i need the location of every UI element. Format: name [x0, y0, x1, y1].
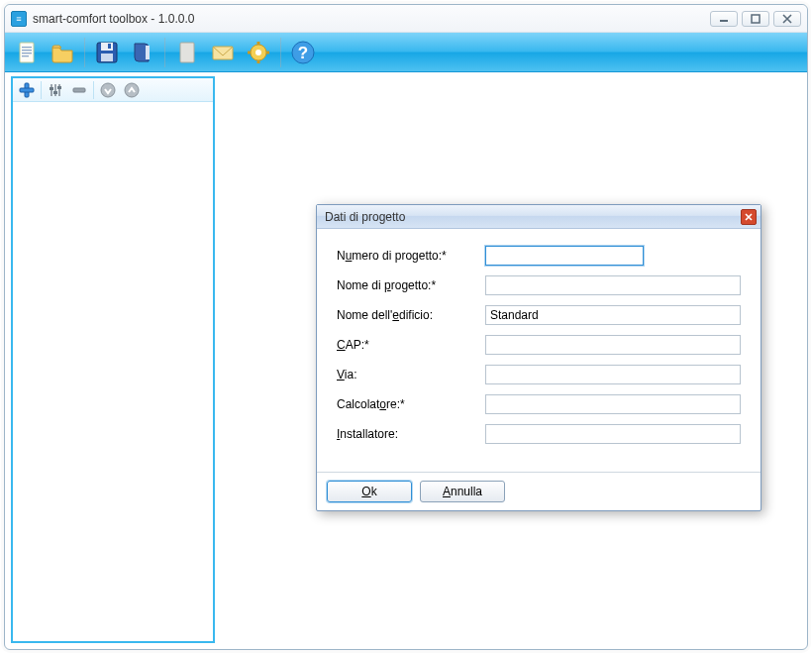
- toolbar-page-button[interactable]: [170, 36, 204, 69]
- side-collapse-button[interactable]: [97, 80, 119, 100]
- svg-point-31: [101, 83, 115, 97]
- svg-rect-27: [50, 87, 53, 90]
- svg-rect-26: [58, 84, 60, 96]
- book-icon: [130, 40, 155, 65]
- svg-point-15: [255, 50, 261, 55]
- field-row-edificio: Nome dell'edificio:: [337, 304, 741, 326]
- window-buttons: [710, 11, 801, 27]
- folder-icon: [50, 40, 75, 65]
- help-icon: ?: [290, 40, 316, 65]
- field-row-via: Via:: [337, 364, 741, 385]
- svg-rect-11: [146, 46, 150, 59]
- side-minus-button[interactable]: [68, 80, 90, 100]
- svg-point-32: [125, 83, 139, 97]
- app-icon: ≡: [11, 11, 27, 27]
- label-via: Via:: [337, 368, 485, 382]
- minus-icon: [71, 82, 87, 98]
- svg-rect-3: [22, 47, 32, 48]
- maximize-button[interactable]: [742, 11, 769, 27]
- main-window: ≡ smart-comfort toolbox - 1.0.0.0: [4, 4, 808, 650]
- window-title: smart-comfort toolbox - 1.0.0.0: [33, 12, 710, 26]
- main-toolbar: ?: [5, 33, 807, 72]
- toolbar-save-button[interactable]: [90, 36, 124, 69]
- field-row-numero: Numero di progetto:*: [337, 245, 741, 267]
- dialog-titlebar[interactable]: Dati di progetto: [317, 205, 761, 229]
- input-numero[interactable]: [485, 246, 644, 266]
- cancel-button[interactable]: Annulla: [420, 481, 505, 502]
- svg-rect-28: [53, 91, 57, 94]
- side-add-button[interactable]: [16, 80, 38, 100]
- input-via[interactable]: [485, 365, 741, 384]
- svg-rect-29: [57, 86, 61, 89]
- gear-icon: [246, 40, 271, 65]
- svg-text:?: ?: [298, 44, 308, 62]
- close-button[interactable]: [773, 11, 801, 27]
- project-data-dialog: Dati di progetto Numero di progetto:* No…: [316, 204, 761, 511]
- svg-rect-6: [22, 55, 29, 56]
- side-panel: [11, 76, 215, 643]
- maximize-icon: [751, 14, 761, 24]
- label-nome: Nome di progetto:*: [337, 278, 485, 292]
- svg-rect-10: [108, 44, 111, 49]
- titlebar: ≡ smart-comfort toolbox - 1.0.0.0: [5, 5, 807, 33]
- label-cap: CAP:*: [337, 338, 485, 352]
- input-nome[interactable]: [485, 275, 741, 295]
- side-toolbar: [13, 78, 213, 102]
- svg-rect-23: [20, 88, 34, 92]
- dialog-title: Dati di progetto: [325, 210, 741, 224]
- minimize-icon: [719, 15, 729, 23]
- label-edificio: Nome dell'edificio:: [337, 308, 485, 322]
- label-installatore: Installatore:: [337, 427, 485, 441]
- toolbar-book-button[interactable]: [126, 36, 159, 69]
- toolbar-new-button[interactable]: [10, 36, 44, 69]
- side-sliders-button[interactable]: [45, 80, 66, 100]
- dialog-body: Numero di progetto:* Nome di progetto:* …: [317, 229, 761, 461]
- toolbar-settings-button[interactable]: [242, 36, 275, 69]
- svg-rect-9: [101, 54, 113, 61]
- svg-rect-4: [22, 50, 32, 51]
- toolbar-open-button[interactable]: [46, 36, 79, 69]
- input-installatore[interactable]: [485, 424, 741, 444]
- field-row-installatore: Installatore:: [337, 423, 741, 445]
- plus-icon: [19, 82, 35, 98]
- file-new-icon: [14, 40, 40, 65]
- svg-rect-13: [213, 47, 233, 59]
- dialog-footer: Ok Annulla: [317, 472, 761, 510]
- svg-rect-5: [22, 53, 32, 54]
- svg-rect-12: [180, 43, 194, 62]
- field-row-nome: Nome di progetto:*: [337, 274, 741, 296]
- sliders-icon: [48, 82, 63, 98]
- toolbar-mail-button[interactable]: [206, 36, 240, 69]
- close-icon: [745, 213, 753, 221]
- toolbar-help-button[interactable]: ?: [286, 36, 320, 69]
- circle-down-icon: [100, 82, 116, 98]
- input-cap[interactable]: [485, 335, 741, 355]
- input-calcolatore[interactable]: [485, 394, 741, 414]
- svg-rect-30: [73, 88, 85, 92]
- page-icon: [174, 40, 200, 65]
- close-icon: [782, 14, 792, 24]
- mail-icon: [210, 40, 236, 65]
- label-numero: Numero di progetto:*: [337, 249, 485, 263]
- dialog-close-button[interactable]: [741, 209, 757, 225]
- svg-rect-25: [54, 84, 56, 96]
- svg-rect-1: [752, 15, 760, 23]
- circle-up-icon: [124, 82, 140, 98]
- side-expand-button[interactable]: [121, 80, 143, 100]
- ok-button[interactable]: Ok: [327, 481, 412, 502]
- input-edificio[interactable]: [485, 305, 741, 325]
- floppy-icon: [94, 40, 120, 65]
- svg-rect-8: [101, 43, 113, 51]
- field-row-calcolatore: Calcolatore:*: [337, 393, 741, 415]
- field-row-cap: CAP:*: [337, 334, 741, 356]
- minimize-button[interactable]: [710, 11, 738, 27]
- svg-rect-0: [720, 20, 728, 22]
- label-calcolatore: Calcolatore:*: [337, 397, 485, 411]
